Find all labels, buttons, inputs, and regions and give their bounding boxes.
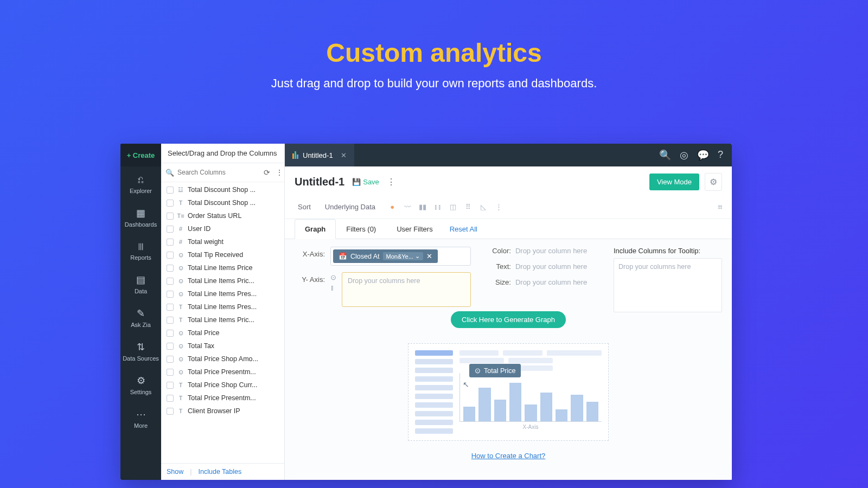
column-row[interactable]: TTotal Price Shop Curr... <box>161 378 284 391</box>
include-tables-link[interactable]: Include Tables <box>199 468 242 476</box>
rail-dashboards[interactable]: ▦Dashboards <box>120 200 161 233</box>
text-dropzone[interactable]: Drop your column here <box>515 262 587 271</box>
column-label: Total Price Shop Curr... <box>188 381 258 389</box>
topbar-help-icon[interactable]: ? <box>718 149 723 161</box>
sort-link[interactable]: Sort <box>295 201 314 213</box>
gear-icon[interactable]: ⚙ <box>705 173 722 191</box>
column-row[interactable]: ⊙Total Price Presentm... <box>161 365 284 378</box>
checkbox[interactable] <box>167 226 174 233</box>
tab-filters[interactable]: Filters (0) <box>336 219 386 239</box>
column-row[interactable]: TTotal Line Items Pric... <box>161 313 284 326</box>
view-mode-button[interactable]: View Mode <box>649 174 699 190</box>
bar-chart-icon[interactable]: ▮▮ <box>417 201 429 213</box>
checkbox[interactable] <box>167 265 174 272</box>
generate-graph-button[interactable]: Click Here to Generate Graph <box>451 311 566 328</box>
rail-data-sources[interactable]: ⇅Data Sources <box>120 333 161 367</box>
tab-close-icon[interactable]: ✕ <box>341 151 347 159</box>
save-link[interactable]: 💾 Save <box>352 178 379 186</box>
checkbox[interactable] <box>167 278 174 285</box>
x-axis-dropzone[interactable]: 📅 Closed At Mon&Ye... ⌄ ✕ <box>330 247 471 266</box>
column-row[interactable]: TTotal Discount Shop ... <box>161 196 284 209</box>
tooltip-columns-header: Include Columns for Tooltip: <box>614 247 722 255</box>
rail-explorer[interactable]: ⎌Explorer <box>120 166 161 200</box>
tab-user-filters[interactable]: User Filters <box>386 219 443 239</box>
tab-untitled[interactable]: Untitled-1 ✕ <box>285 144 354 166</box>
column-label: Order Status URL <box>188 212 241 220</box>
x-axis-mode-select[interactable]: Mon&Ye... ⌄ <box>383 252 423 260</box>
columns-footer: Show | Include Tables <box>161 463 284 480</box>
column-row[interactable]: ⊙Total Line Items Pres... <box>161 287 284 300</box>
preview-chart: X-Axis <box>459 350 602 434</box>
topbar-target-icon[interactable]: ◎ <box>680 149 688 161</box>
checkbox[interactable] <box>167 304 174 311</box>
show-link[interactable]: Show <box>167 468 183 476</box>
currency-icon[interactable]: ⊙ <box>330 273 336 281</box>
checkbox[interactable] <box>167 252 174 259</box>
column-label: Total Price <box>188 329 219 337</box>
topbar-chat-icon[interactable]: 💬 <box>697 149 709 161</box>
column-row[interactable]: ⊙Total Tip Received <box>161 248 284 261</box>
checkbox[interactable] <box>167 330 174 337</box>
checkbox[interactable] <box>167 187 174 194</box>
pie-chart-icon[interactable]: ● <box>386 201 398 213</box>
checkbox[interactable] <box>167 369 174 376</box>
column-row[interactable]: #Total weight <box>161 235 284 248</box>
checkbox[interactable] <box>167 395 174 402</box>
toolbar-more-icon[interactable]: ⋮ <box>493 201 505 213</box>
checkbox[interactable] <box>167 343 174 350</box>
rail-data[interactable]: ▤Data <box>120 266 161 300</box>
app-window: + Create ⎌Explorer ▦Dashboards ⫼Reports … <box>120 144 732 480</box>
tab-graph[interactable]: Graph <box>295 219 336 239</box>
column-label: Total Price Presentm... <box>188 394 256 402</box>
area-icon[interactable]: ◺ <box>477 201 489 213</box>
hierarchy-icon[interactable]: ⌗ <box>718 202 722 212</box>
checkbox[interactable] <box>167 356 174 363</box>
column-row[interactable]: ☳Total Discount Shop ... <box>161 183 284 196</box>
type-icon: ⊙ <box>177 356 184 363</box>
stacked-bar-icon[interactable]: ⫿⫿ <box>432 201 444 213</box>
column-row[interactable]: ⊙Total Tax <box>161 339 284 352</box>
chip-remove-icon[interactable]: ✕ <box>426 252 432 260</box>
y-axis-dropzone[interactable]: Drop your columns here <box>342 272 471 307</box>
color-dropzone[interactable]: Drop your column here <box>515 247 587 255</box>
dashboards-icon: ▦ <box>120 207 161 219</box>
rail-settings[interactable]: ⚙Settings <box>120 367 161 401</box>
reports-icon: ⫼ <box>120 241 161 252</box>
chevron-down-icon: ⌄ <box>415 253 420 260</box>
sort-icon[interactable]: ⫿ <box>330 284 336 292</box>
line-chart-icon[interactable]: 〰 <box>401 201 413 213</box>
column-row[interactable]: ⊙Total Line Items Pric... <box>161 274 284 287</box>
column-row[interactable]: TTotal Price Presentm... <box>161 391 284 404</box>
checkbox[interactable] <box>167 382 174 389</box>
column-row[interactable]: ⊙Total Price <box>161 326 284 339</box>
x-axis-chip[interactable]: 📅 Closed At Mon&Ye... ⌄ ✕ <box>333 249 438 263</box>
column-row[interactable]: T≡Order Status URL <box>161 209 284 222</box>
checkbox[interactable] <box>167 291 174 298</box>
combo-chart-icon[interactable]: ◫ <box>447 201 459 213</box>
rail-reports[interactable]: ⫼Reports <box>120 233 161 266</box>
checkbox[interactable] <box>167 239 174 246</box>
topbar-search-icon[interactable]: 🔍 <box>659 149 671 161</box>
create-button[interactable]: + Create <box>120 144 161 166</box>
scatter-icon[interactable]: ⠿ <box>462 201 474 213</box>
underlying-data-link[interactable]: Underlying Data <box>322 201 379 213</box>
column-row[interactable]: ⊙Total Line Items Price <box>161 261 284 274</box>
reset-all-link[interactable]: Reset All <box>450 225 477 233</box>
tooltip-dropzone[interactable]: Drop your columns here <box>614 258 722 312</box>
column-row[interactable]: #User ID <box>161 222 284 235</box>
how-to-link[interactable]: How to Create a Chart? <box>471 452 546 460</box>
column-row[interactable]: TTotal Line Items Pres... <box>161 300 284 313</box>
column-row[interactable]: ⊙Total Price Shop Amo... <box>161 352 284 365</box>
columns-more-icon[interactable]: ⋮ <box>274 168 285 177</box>
columns-search-input[interactable] <box>176 166 260 178</box>
column-row[interactable]: TClient Browser IP <box>161 404 284 418</box>
checkbox[interactable] <box>167 317 174 324</box>
title-more-icon[interactable]: ⋮ <box>387 177 395 187</box>
rail-more[interactable]: ⋯More <box>120 401 161 434</box>
checkbox[interactable] <box>167 408 174 415</box>
size-dropzone[interactable]: Drop your column here <box>515 278 587 286</box>
checkbox[interactable] <box>167 213 174 220</box>
rail-ask-zia[interactable]: ✎Ask Zia <box>120 300 161 333</box>
refresh-icon[interactable]: ⟳ <box>262 168 272 177</box>
checkbox[interactable] <box>167 200 174 207</box>
